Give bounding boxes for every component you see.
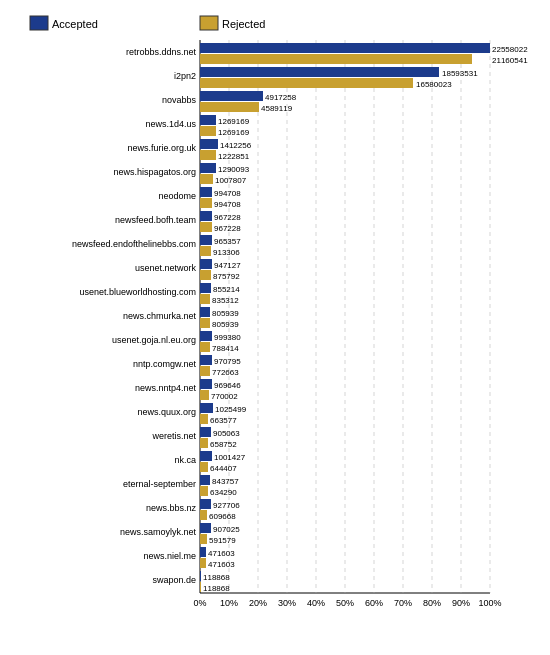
bar-rejected-1 xyxy=(200,78,413,88)
val-accepted-0: 22558022 xyxy=(492,45,528,54)
val-accepted-2: 4917258 xyxy=(265,93,297,102)
bar-accepted-12 xyxy=(200,331,212,341)
val-rejected-16: 658752 xyxy=(210,440,237,449)
y-label-20: news.samoylyk.net xyxy=(120,527,197,537)
bar-accepted-11 xyxy=(200,307,210,317)
val-rejected-18: 634290 xyxy=(210,488,237,497)
val-rejected-9: 875792 xyxy=(213,272,240,281)
bar-rejected-18 xyxy=(200,486,208,496)
x-label-50: 50% xyxy=(336,598,354,608)
bar-rejected-9 xyxy=(200,270,211,280)
bar-accepted-10 xyxy=(200,283,211,293)
val-accepted-20: 907025 xyxy=(213,525,240,534)
val-rejected-0: 21160541 xyxy=(492,56,528,65)
x-label-80: 80% xyxy=(423,598,441,608)
val-accepted-15: 1025499 xyxy=(215,405,247,414)
y-label-14: news.nntp4.net xyxy=(135,383,197,393)
val-accepted-22: 118868 xyxy=(203,573,230,582)
bar-rejected-7 xyxy=(200,222,212,232)
val-rejected-10: 835312 xyxy=(212,296,239,305)
x-label-10: 10% xyxy=(220,598,238,608)
val-accepted-8: 965357 xyxy=(214,237,241,246)
x-label-100: 100% xyxy=(478,598,501,608)
y-label-15: news.quux.org xyxy=(137,407,196,417)
bar-accepted-4 xyxy=(200,139,218,149)
bar-rejected-14 xyxy=(200,390,209,400)
val-accepted-5: 1290093 xyxy=(218,165,250,174)
val-accepted-9: 947127 xyxy=(214,261,241,270)
y-label-7: newsfeed.bofh.team xyxy=(115,215,196,225)
bar-accepted-9 xyxy=(200,259,212,269)
bar-rejected-0 xyxy=(200,54,472,64)
val-rejected-21: 471603 xyxy=(208,560,235,569)
bar-accepted-22 xyxy=(200,571,201,581)
val-rejected-12: 788414 xyxy=(212,344,239,353)
bar-rejected-12 xyxy=(200,342,210,352)
val-rejected-13: 772663 xyxy=(212,368,239,377)
y-label-2: novabbs xyxy=(162,95,197,105)
val-rejected-11: 805939 xyxy=(212,320,239,329)
x-label-0: 0% xyxy=(193,598,206,608)
bar-accepted-3 xyxy=(200,115,216,125)
y-label-10: usenet.blueworldhosting.com xyxy=(79,287,196,297)
y-label-6: neodome xyxy=(158,191,196,201)
val-accepted-19: 927706 xyxy=(213,501,240,510)
y-label-4: news.furie.org.uk xyxy=(127,143,196,153)
bar-rejected-17 xyxy=(200,462,208,472)
y-label-18: eternal-september xyxy=(123,479,196,489)
bar-accepted-14 xyxy=(200,379,212,389)
val-accepted-12: 999380 xyxy=(214,333,241,342)
bar-accepted-7 xyxy=(200,211,212,221)
y-label-16: weretis.net xyxy=(151,431,196,441)
accepted-legend-label: Accepted xyxy=(52,18,98,30)
val-accepted-17: 1001427 xyxy=(214,453,246,462)
x-label-60: 60% xyxy=(365,598,383,608)
y-label-9: usenet.network xyxy=(135,263,197,273)
bar-accepted-19 xyxy=(200,499,211,509)
bar-rejected-22 xyxy=(200,582,201,592)
bar-rejected-2 xyxy=(200,102,259,112)
bar-accepted-13 xyxy=(200,355,212,365)
bar-rejected-8 xyxy=(200,246,211,256)
bar-rejected-16 xyxy=(200,438,208,448)
bar-accepted-2 xyxy=(200,91,263,101)
chart-svg: Accepted Rejected 0% 10% 20% 30% 40% 50%… xyxy=(10,8,550,615)
bar-accepted-20 xyxy=(200,523,211,533)
x-label-90: 90% xyxy=(452,598,470,608)
rejected-legend-box xyxy=(200,16,218,30)
bar-rejected-10 xyxy=(200,294,210,304)
val-rejected-7: 967228 xyxy=(214,224,241,233)
bar-rejected-19 xyxy=(200,510,207,520)
bar-accepted-16 xyxy=(200,427,211,437)
x-label-30: 30% xyxy=(278,598,296,608)
y-label-13: nntp.comgw.net xyxy=(133,359,197,369)
bar-accepted-18 xyxy=(200,475,210,485)
val-rejected-19: 609668 xyxy=(209,512,236,521)
bar-accepted-15 xyxy=(200,403,213,413)
bar-accepted-21 xyxy=(200,547,206,557)
x-label-20: 20% xyxy=(249,598,267,608)
bar-accepted-6 xyxy=(200,187,212,197)
val-accepted-4: 1412256 xyxy=(220,141,252,150)
val-accepted-7: 967228 xyxy=(214,213,241,222)
val-accepted-21: 471603 xyxy=(208,549,235,558)
bar-rejected-20 xyxy=(200,534,207,544)
bar-rejected-11 xyxy=(200,318,210,328)
bar-rejected-6 xyxy=(200,198,212,208)
bar-accepted-0 xyxy=(200,43,490,53)
bar-accepted-17 xyxy=(200,451,212,461)
val-rejected-8: 913306 xyxy=(213,248,240,257)
val-rejected-22: 118868 xyxy=(203,584,230,593)
bar-accepted-1 xyxy=(200,67,439,77)
val-rejected-17: 644407 xyxy=(210,464,237,473)
val-accepted-10: 855214 xyxy=(213,285,240,294)
val-accepted-18: 843757 xyxy=(212,477,239,486)
val-accepted-14: 969646 xyxy=(214,381,241,390)
y-label-21: news.niel.me xyxy=(143,551,196,561)
y-label-11: news.chmurka.net xyxy=(123,311,197,321)
y-label-0: retrobbs.ddns.net xyxy=(126,47,197,57)
val-accepted-16: 905063 xyxy=(213,429,240,438)
bar-rejected-5 xyxy=(200,174,213,184)
y-label-8: newsfeed.endofthelinebbs.com xyxy=(72,239,196,249)
y-label-17: nk.ca xyxy=(174,455,196,465)
